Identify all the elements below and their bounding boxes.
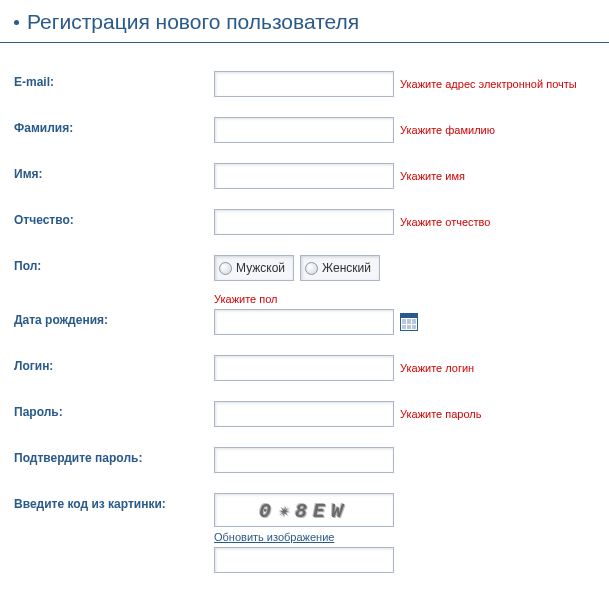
- login-input[interactable]: [214, 355, 394, 381]
- row-middlename: Отчество: Укажите отчество: [14, 209, 595, 235]
- radio-male-label: Мужской: [236, 261, 285, 275]
- row-firstname: Имя: Укажите имя: [14, 163, 595, 189]
- row-confirm: Подтвердите пароль:: [14, 447, 595, 473]
- label-lastname: Фамилия:: [14, 117, 214, 135]
- email-input[interactable]: [214, 71, 394, 97]
- captcha-image: 0✴8EW: [214, 493, 394, 527]
- row-login: Логин: Укажите логин: [14, 355, 595, 381]
- label-firstname: Имя:: [14, 163, 214, 181]
- radio-female-label: Женский: [322, 261, 371, 275]
- label-middlename: Отчество:: [14, 209, 214, 227]
- radio-icon: [219, 262, 232, 275]
- row-lastname: Фамилия: Укажите фамилию: [14, 117, 595, 143]
- dob-input[interactable]: [214, 309, 394, 335]
- title-bullet-icon: [14, 20, 19, 25]
- label-password: Пароль:: [14, 401, 214, 419]
- radio-female[interactable]: Женский: [300, 255, 380, 281]
- error-middlename: Укажите отчество: [400, 216, 490, 228]
- error-login: Укажите логин: [400, 362, 474, 374]
- page-title-text: Регистрация нового пользователя: [27, 10, 359, 34]
- row-captcha: Введите код из картинки: 0✴8EW Обновить …: [14, 493, 595, 573]
- row-email: E-mail: Укажите адрес электронной почты: [14, 71, 595, 97]
- row-password: Пароль: Укажите пароль: [14, 401, 595, 427]
- label-dob: Дата рождения:: [14, 309, 214, 327]
- label-login: Логин:: [14, 355, 214, 373]
- label-email: E-mail:: [14, 71, 214, 89]
- registration-form: E-mail: Укажите адрес электронной почты …: [0, 43, 609, 593]
- confirm-input[interactable]: [214, 447, 394, 473]
- page-title: Регистрация нового пользователя: [14, 10, 595, 34]
- password-input[interactable]: [214, 401, 394, 427]
- error-gender: Укажите пол: [214, 293, 595, 305]
- calendar-icon[interactable]: [400, 313, 418, 331]
- error-email: Укажите адрес электронной почты: [400, 78, 577, 90]
- radio-male[interactable]: Мужской: [214, 255, 294, 281]
- error-lastname: Укажите фамилию: [400, 124, 495, 136]
- label-gender: Пол:: [14, 255, 214, 273]
- radio-icon: [305, 262, 318, 275]
- middlename-input[interactable]: [214, 209, 394, 235]
- label-confirm: Подтвердите пароль:: [14, 447, 214, 465]
- captcha-input[interactable]: [214, 547, 394, 573]
- refresh-captcha-link[interactable]: Обновить изображение: [214, 531, 394, 543]
- row-dob: Дата рождения:: [14, 309, 595, 335]
- lastname-input[interactable]: [214, 117, 394, 143]
- error-firstname: Укажите имя: [400, 170, 465, 182]
- error-password: Укажите пароль: [400, 408, 481, 420]
- page-header: Регистрация нового пользователя: [0, 0, 609, 43]
- firstname-input[interactable]: [214, 163, 394, 189]
- label-captcha: Введите код из картинки:: [14, 493, 214, 511]
- row-gender: Пол: Мужской Женский: [14, 255, 595, 281]
